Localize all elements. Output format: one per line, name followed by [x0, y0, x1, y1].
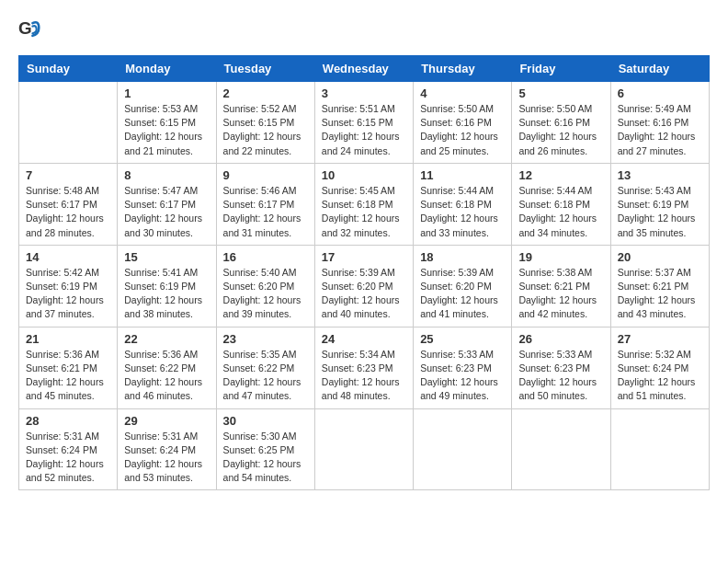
- logo: G: [18, 18, 44, 40]
- day-number: 13: [618, 168, 702, 182]
- day-number: 27: [618, 332, 702, 346]
- day-info: Sunrise: 5:48 AM Sunset: 6:17 PM Dayligh…: [26, 184, 110, 240]
- day-info: Sunrise: 5:34 AM Sunset: 6:23 PM Dayligh…: [322, 348, 406, 404]
- calendar-body: 1Sunrise: 5:53 AM Sunset: 6:15 PM Daylig…: [19, 82, 710, 490]
- day-number: 10: [322, 168, 406, 182]
- day-info: Sunrise: 5:47 AM Sunset: 6:17 PM Dayligh…: [124, 184, 209, 240]
- day-number: 11: [420, 168, 505, 182]
- day-number: 7: [26, 168, 110, 182]
- day-info: Sunrise: 5:31 AM Sunset: 6:24 PM Dayligh…: [124, 430, 209, 486]
- day-info: Sunrise: 5:44 AM Sunset: 6:18 PM Dayligh…: [518, 184, 603, 240]
- day-number: 14: [26, 250, 110, 264]
- weekday-header-thursday: Thursday: [414, 56, 512, 82]
- day-info: Sunrise: 5:35 AM Sunset: 6:22 PM Dayligh…: [223, 348, 308, 404]
- day-info: Sunrise: 5:46 AM Sunset: 6:17 PM Dayligh…: [223, 184, 308, 240]
- day-number: 24: [322, 332, 406, 346]
- page-header: G: [18, 18, 710, 40]
- day-info: Sunrise: 5:53 AM Sunset: 6:15 PM Dayligh…: [124, 102, 209, 158]
- calendar-cell: 1Sunrise: 5:53 AM Sunset: 6:15 PM Daylig…: [118, 82, 216, 164]
- calendar-cell: 3Sunrise: 5:51 AM Sunset: 6:15 PM Daylig…: [314, 82, 413, 164]
- day-number: 17: [322, 250, 406, 264]
- calendar-cell: 29Sunrise: 5:31 AM Sunset: 6:24 PM Dayli…: [118, 408, 216, 490]
- weekday-header-tuesday: Tuesday: [216, 56, 314, 82]
- weekday-header-sunday: Sunday: [19, 56, 118, 82]
- calendar-table: SundayMondayTuesdayWednesdayThursdayFrid…: [18, 55, 710, 490]
- calendar-cell: 21Sunrise: 5:36 AM Sunset: 6:21 PM Dayli…: [19, 327, 118, 408]
- calendar-cell: 6Sunrise: 5:49 AM Sunset: 6:16 PM Daylig…: [610, 82, 709, 164]
- day-number: 29: [124, 414, 209, 428]
- calendar-week-4: 21Sunrise: 5:36 AM Sunset: 6:21 PM Dayli…: [19, 327, 710, 408]
- calendar-cell: 19Sunrise: 5:38 AM Sunset: 6:21 PM Dayli…: [512, 245, 610, 327]
- calendar-cell: 12Sunrise: 5:44 AM Sunset: 6:18 PM Dayli…: [512, 163, 610, 245]
- day-number: 8: [124, 168, 209, 182]
- calendar-cell: [610, 408, 709, 490]
- day-number: 12: [518, 168, 603, 182]
- day-number: 28: [26, 414, 110, 428]
- day-info: Sunrise: 5:42 AM Sunset: 6:19 PM Dayligh…: [26, 266, 110, 322]
- calendar-cell: [19, 82, 118, 164]
- calendar-header: SundayMondayTuesdayWednesdayThursdayFrid…: [19, 56, 710, 82]
- day-number: 19: [518, 250, 603, 264]
- calendar-cell: 16Sunrise: 5:40 AM Sunset: 6:20 PM Dayli…: [216, 245, 314, 327]
- svg-text:G: G: [18, 18, 32, 38]
- day-info: Sunrise: 5:38 AM Sunset: 6:21 PM Dayligh…: [518, 266, 603, 322]
- day-number: 26: [518, 332, 603, 346]
- day-info: Sunrise: 5:31 AM Sunset: 6:24 PM Dayligh…: [26, 430, 110, 486]
- calendar-cell: 13Sunrise: 5:43 AM Sunset: 6:19 PM Dayli…: [610, 163, 709, 245]
- day-number: 15: [124, 250, 209, 264]
- day-info: Sunrise: 5:45 AM Sunset: 6:18 PM Dayligh…: [322, 184, 406, 240]
- day-info: Sunrise: 5:50 AM Sunset: 6:16 PM Dayligh…: [420, 102, 505, 158]
- calendar-cell: 30Sunrise: 5:30 AM Sunset: 6:25 PM Dayli…: [216, 408, 314, 490]
- calendar-cell: 17Sunrise: 5:39 AM Sunset: 6:20 PM Dayli…: [314, 245, 413, 327]
- calendar-cell: 15Sunrise: 5:41 AM Sunset: 6:19 PM Dayli…: [118, 245, 216, 327]
- day-info: Sunrise: 5:36 AM Sunset: 6:22 PM Dayligh…: [124, 348, 209, 404]
- day-number: 3: [322, 86, 406, 100]
- calendar-cell: 7Sunrise: 5:48 AM Sunset: 6:17 PM Daylig…: [19, 163, 118, 245]
- day-number: 30: [223, 414, 308, 428]
- day-number: 5: [518, 86, 603, 100]
- calendar-cell: [414, 408, 512, 490]
- day-number: 6: [618, 86, 702, 100]
- calendar-cell: 11Sunrise: 5:44 AM Sunset: 6:18 PM Dayli…: [414, 163, 512, 245]
- calendar-cell: 18Sunrise: 5:39 AM Sunset: 6:20 PM Dayli…: [414, 245, 512, 327]
- day-info: Sunrise: 5:50 AM Sunset: 6:16 PM Dayligh…: [518, 102, 603, 158]
- calendar-cell: 2Sunrise: 5:52 AM Sunset: 6:15 PM Daylig…: [216, 82, 314, 164]
- weekday-header-wednesday: Wednesday: [314, 56, 413, 82]
- calendar-cell: 5Sunrise: 5:50 AM Sunset: 6:16 PM Daylig…: [512, 82, 610, 164]
- day-number: 16: [223, 250, 308, 264]
- calendar-cell: 25Sunrise: 5:33 AM Sunset: 6:23 PM Dayli…: [414, 327, 512, 408]
- day-info: Sunrise: 5:39 AM Sunset: 6:20 PM Dayligh…: [322, 266, 406, 322]
- weekday-header-friday: Friday: [512, 56, 610, 82]
- day-info: Sunrise: 5:39 AM Sunset: 6:20 PM Dayligh…: [420, 266, 505, 322]
- calendar-cell: 23Sunrise: 5:35 AM Sunset: 6:22 PM Dayli…: [216, 327, 314, 408]
- calendar-week-1: 1Sunrise: 5:53 AM Sunset: 6:15 PM Daylig…: [19, 82, 710, 164]
- calendar-cell: 27Sunrise: 5:32 AM Sunset: 6:24 PM Dayli…: [610, 327, 709, 408]
- calendar-week-2: 7Sunrise: 5:48 AM Sunset: 6:17 PM Daylig…: [19, 163, 710, 245]
- day-info: Sunrise: 5:30 AM Sunset: 6:25 PM Dayligh…: [223, 430, 308, 486]
- day-number: 1: [124, 86, 209, 100]
- day-info: Sunrise: 5:37 AM Sunset: 6:21 PM Dayligh…: [618, 266, 702, 322]
- calendar-cell: 14Sunrise: 5:42 AM Sunset: 6:19 PM Dayli…: [19, 245, 118, 327]
- day-number: 4: [420, 86, 505, 100]
- day-number: 22: [124, 332, 209, 346]
- calendar-cell: 24Sunrise: 5:34 AM Sunset: 6:23 PM Dayli…: [314, 327, 413, 408]
- calendar-cell: [512, 408, 610, 490]
- day-info: Sunrise: 5:36 AM Sunset: 6:21 PM Dayligh…: [26, 348, 110, 404]
- calendar-week-5: 28Sunrise: 5:31 AM Sunset: 6:24 PM Dayli…: [19, 408, 710, 490]
- day-info: Sunrise: 5:51 AM Sunset: 6:15 PM Dayligh…: [322, 102, 406, 158]
- day-info: Sunrise: 5:44 AM Sunset: 6:18 PM Dayligh…: [420, 184, 505, 240]
- calendar-cell: 8Sunrise: 5:47 AM Sunset: 6:17 PM Daylig…: [118, 163, 216, 245]
- day-info: Sunrise: 5:52 AM Sunset: 6:15 PM Dayligh…: [223, 102, 308, 158]
- calendar-cell: [314, 408, 413, 490]
- logo-icon: G: [18, 18, 40, 40]
- day-number: 2: [223, 86, 308, 100]
- calendar-cell: 22Sunrise: 5:36 AM Sunset: 6:22 PM Dayli…: [118, 327, 216, 408]
- day-info: Sunrise: 5:43 AM Sunset: 6:19 PM Dayligh…: [618, 184, 702, 240]
- day-number: 21: [26, 332, 110, 346]
- day-info: Sunrise: 5:41 AM Sunset: 6:19 PM Dayligh…: [124, 266, 209, 322]
- calendar-cell: 4Sunrise: 5:50 AM Sunset: 6:16 PM Daylig…: [414, 82, 512, 164]
- day-info: Sunrise: 5:32 AM Sunset: 6:24 PM Dayligh…: [618, 348, 702, 404]
- day-number: 20: [618, 250, 702, 264]
- weekday-row: SundayMondayTuesdayWednesdayThursdayFrid…: [19, 56, 710, 82]
- calendar-cell: 26Sunrise: 5:33 AM Sunset: 6:23 PM Dayli…: [512, 327, 610, 408]
